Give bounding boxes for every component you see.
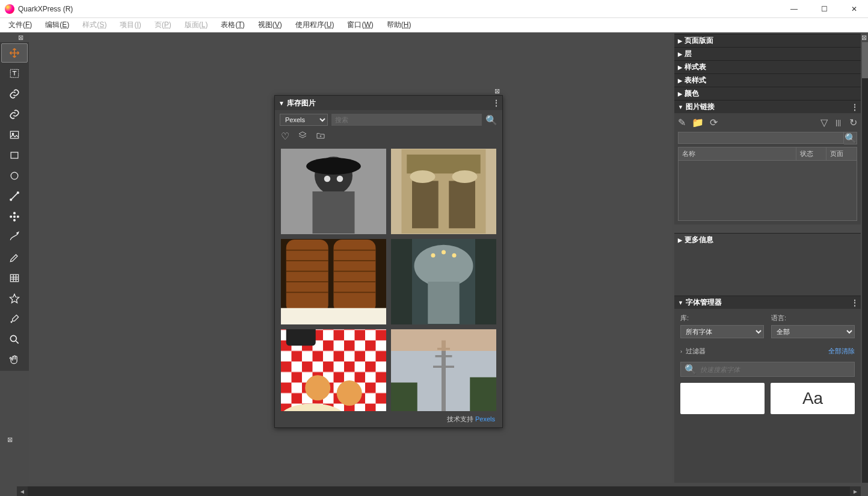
menu-item-project: 项目(I): [116, 19, 144, 31]
link-tool[interactable]: [1, 84, 28, 104]
stock-thumbnail[interactable]: [281, 329, 386, 411]
stock-thumbnail[interactable]: [281, 149, 386, 234]
section-stylesheets[interactable]: ▶样式表: [674, 60, 861, 73]
svg-point-44: [305, 375, 330, 400]
section-layers[interactable]: ▶层: [674, 47, 861, 60]
svg-rect-50: [470, 377, 496, 411]
bottom-panel-close-icon[interactable]: ⊠: [7, 436, 13, 444]
language-select[interactable]: 全部: [771, 325, 855, 338]
close-button[interactable]: ✕: [845, 3, 863, 15]
links-search-icon[interactable]: 🔍: [844, 132, 857, 144]
stock-thumbnail[interactable]: [281, 239, 386, 324]
menu-help[interactable]: 帮助(H): [383, 19, 415, 31]
table-tool[interactable]: [1, 268, 28, 288]
svg-rect-52: [391, 329, 496, 351]
links-search-input[interactable]: [678, 132, 844, 144]
library-select[interactable]: 所有字体: [680, 325, 764, 338]
stock-search-input[interactable]: [331, 114, 482, 126]
font-card[interactable]: [680, 383, 765, 414]
reload-icon[interactable]: ↻: [849, 117, 857, 128]
stock-panel-header[interactable]: ▼ 库存图片 ⋮: [275, 96, 502, 110]
minimize-button[interactable]: —: [785, 3, 803, 15]
right-panels-close-icon[interactable]: ⊠: [861, 34, 867, 42]
refresh-icon[interactable]: ⟳: [710, 117, 718, 128]
font-card[interactable]: Aa: [771, 383, 855, 414]
pan-content-tool[interactable]: [1, 207, 28, 226]
panel-close-icon[interactable]: ⊠: [494, 87, 500, 95]
maximize-button[interactable]: ☐: [815, 3, 833, 15]
menu-edit[interactable]: 编辑(E): [42, 19, 73, 31]
bezier-tool[interactable]: [1, 228, 28, 247]
scroll-right-icon[interactable]: ►: [850, 488, 861, 495]
section-image-links[interactable]: ▼图片链接⋮: [674, 100, 861, 113]
pencil-tool[interactable]: [1, 248, 28, 267]
filter-icon[interactable]: ▽: [820, 117, 828, 128]
section-page-layout[interactable]: ▶页面版面: [674, 34, 861, 47]
menu-window[interactable]: 窗口(W): [343, 19, 377, 31]
language-label: 语言:: [771, 314, 855, 323]
menu-file[interactable]: 文件(F): [5, 19, 35, 31]
line-tool[interactable]: [1, 187, 28, 206]
image-links-body: ✎ 📁 ⟳ ▽ ⫼ ↻ 🔍 名称 状态 页面: [674, 113, 861, 225]
columns-icon[interactable]: ⫼: [834, 117, 843, 128]
menu-table[interactable]: 表格(T): [217, 19, 248, 31]
eyedropper-tool[interactable]: [1, 309, 28, 329]
menu-layout: 版面(L): [181, 19, 212, 31]
stock-thumbnail[interactable]: [391, 239, 496, 324]
font-search-input[interactable]: [700, 366, 851, 373]
menu-utilities[interactable]: 使用程序(U): [292, 19, 338, 31]
section-more-info[interactable]: ▶更多信息: [674, 233, 861, 246]
collapse-icon: ▼: [678, 104, 683, 110]
section-menu-icon[interactable]: ⋮: [851, 299, 857, 307]
search-icon[interactable]: 🔍: [485, 114, 497, 126]
picture-tool[interactable]: [1, 125, 28, 144]
menubar: 文件(F) 编辑(E) 样式(S) 项目(I) 页(P) 版面(L) 表格(T)…: [0, 18, 868, 33]
collapse-icon: ▼: [279, 100, 285, 107]
scroll-left-icon[interactable]: ◄: [17, 488, 28, 495]
font-preview-cards: Aa: [680, 383, 855, 414]
right-scrollbar[interactable]: [862, 42, 868, 483]
font-manager-body: 库: 所有字体 语言: 全部 › 过滤器 全部清除 🔍 Aa: [674, 309, 861, 483]
unlink-tool[interactable]: [1, 105, 28, 124]
menu-view[interactable]: 视图(V): [254, 19, 286, 31]
folder-icon[interactable]: 📁: [692, 117, 704, 128]
toolbox-close-icon[interactable]: ⊠: [18, 34, 26, 42]
horizontal-scrollbar[interactable]: ◄ ►: [17, 486, 861, 496]
section-colors[interactable]: ▶颜色: [674, 87, 861, 100]
col-status[interactable]: 状态: [796, 147, 826, 160]
svg-rect-24: [449, 181, 475, 229]
footer-label: 技术支持: [447, 415, 473, 423]
clear-all-link[interactable]: 全部清除: [828, 347, 855, 356]
source-select[interactable]: Pexels: [280, 114, 328, 126]
section-menu-icon[interactable]: ⋮: [851, 103, 857, 111]
rectangle-tool[interactable]: [1, 146, 28, 165]
more-info-body: [674, 246, 861, 296]
section-table-styles[interactable]: ▶表样式: [674, 73, 861, 87]
svg-point-17: [306, 158, 361, 175]
stock-thumbnail[interactable]: [391, 329, 496, 411]
stock-thumbnail[interactable]: [391, 149, 496, 234]
move-tool[interactable]: [1, 43, 28, 63]
edit-icon[interactable]: ✎: [678, 117, 686, 128]
star-tool[interactable]: [1, 289, 28, 308]
text-tool[interactable]: [1, 64, 28, 83]
favorite-icon[interactable]: ♡: [281, 131, 289, 143]
zoom-tool[interactable]: [1, 330, 28, 349]
filter-label: 过滤器: [686, 347, 706, 356]
filter-row[interactable]: › 过滤器 全部清除: [680, 347, 855, 356]
footer-link[interactable]: Pexels: [475, 415, 495, 423]
layers-icon[interactable]: [298, 131, 307, 143]
col-page[interactable]: 页面: [826, 147, 857, 160]
col-name[interactable]: 名称: [679, 147, 796, 160]
section-font-manager[interactable]: ▼字体管理器⋮: [674, 296, 861, 309]
expand-icon: ▶: [678, 64, 682, 70]
add-folder-icon[interactable]: [316, 131, 325, 143]
oval-tool[interactable]: [1, 166, 28, 185]
svg-rect-23: [412, 181, 439, 229]
svg-rect-36: [428, 282, 460, 324]
stock-filter-icons: ♡: [275, 129, 502, 146]
hand-tool[interactable]: [1, 350, 28, 370]
links-table-body[interactable]: [678, 161, 857, 221]
panel-menu-icon[interactable]: ⋮: [493, 99, 499, 107]
app-icon: [5, 4, 14, 14]
